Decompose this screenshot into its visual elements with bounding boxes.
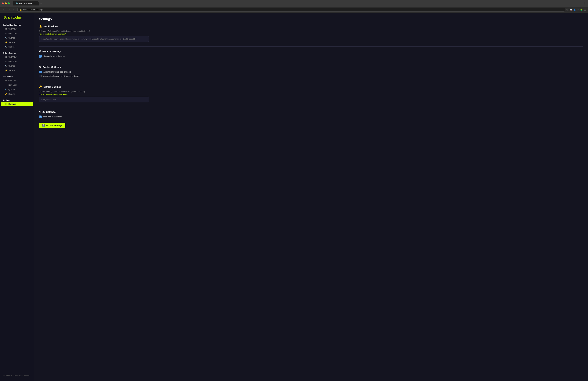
sidebar-item-js-secrets[interactable]: 🔑 Secrets — [1, 92, 33, 96]
notifications-section: 🔔 Notifications Telegram Webhook (Get no… — [39, 25, 583, 42]
show-verified-row: show only verified results — [39, 55, 583, 58]
github-token-help-link[interactable]: how to create personal github token? — [39, 93, 583, 95]
update-settings-label: Update Settings — [46, 124, 62, 127]
page-title: Settings — [39, 17, 583, 21]
back-button[interactable]: ← — [2, 8, 6, 12]
sidebar-section-github: Github Scanner — [0, 51, 34, 55]
sidebar-item-github-queries[interactable]: 🔍 Queries — [1, 64, 33, 68]
sidebar-label: New Scan — [8, 60, 17, 62]
browser-toolbar: ← → ↻ 🔒 localhost:3000/settings ☆ 📖 👤 ⬆ … — [0, 7, 588, 13]
tab-bar: 🐳 DockerScanner ✕ + — [13, 1, 43, 5]
plus-icon: + — [5, 84, 7, 86]
upload-icon[interactable]: ⬆ — [577, 9, 579, 11]
tab-close-button[interactable]: ✕ — [34, 2, 36, 4]
app-container: iScan.today Docker Hub Scanner ⊞ Overvie… — [0, 13, 588, 381]
auto-scan-github-docker-row: Automatically scan github users on docke… — [39, 75, 583, 78]
sidebar-label: Search — [8, 46, 15, 48]
sidebar-item-docker-new-scan[interactable]: + New Scan — [1, 31, 33, 36]
sidebar-item-docker-secrets[interactable]: 🔑 Secrets — [1, 40, 33, 44]
extensions-icon[interactable]: 🧩 — [580, 9, 583, 11]
js-settings-section: ⚙ JS Settings scan with subdomains — [39, 110, 583, 118]
github-token-desc: (increase rate limits for github scannin… — [51, 90, 85, 93]
sidebar-item-github-overview[interactable]: ⊞ Overview — [1, 55, 33, 59]
key-icon: 🔑 — [5, 70, 7, 72]
general-settings-section: ⚙ General Settings show only verified re… — [39, 50, 583, 58]
gear-icon: ⚙ — [39, 110, 41, 113]
menu-icon[interactable]: ☰ — [584, 9, 586, 11]
divider-1 — [39, 46, 583, 47]
sidebar-label: Queries — [8, 65, 15, 67]
docker-settings-section: ⚙ Docker Settings Automatically scan doc… — [39, 65, 583, 78]
github-token-input[interactable] — [39, 97, 149, 102]
profile-icon[interactable]: 👤 — [573, 9, 576, 11]
sidebar-label: Queries — [8, 88, 15, 91]
grid-icon: ⊞ — [5, 56, 7, 58]
sidebar-label: Overview — [8, 79, 17, 82]
notifications-section-title: Notifications — [43, 25, 58, 28]
sidebar-item-github-new-scan[interactable]: + New Scan — [1, 59, 33, 63]
sidebar-item-docker-queries[interactable]: 🔍 Queries — [1, 36, 33, 40]
active-tab[interactable]: 🐳 DockerScanner ✕ — [13, 1, 39, 5]
close-window-button[interactable] — [2, 2, 4, 4]
toolbar-actions: ☆ 📖 👤 ⬆ 🧩 ☰ — [566, 9, 586, 11]
plus-icon: + — [5, 32, 7, 34]
url-text: localhost:3000/settings — [23, 9, 42, 11]
sidebar-section-docker: Docker Hub Scanner — [0, 23, 34, 27]
general-section-header: ⚙ General Settings — [39, 50, 583, 53]
scan-subdomains-checkbox[interactable] — [39, 116, 42, 118]
divider-4 — [39, 107, 583, 107]
address-bar[interactable]: 🔒 localhost:3000/settings — [18, 8, 565, 12]
telegram-help-link[interactable]: how to create telegram webhook? — [39, 33, 583, 35]
save-icon: 💾 — [42, 124, 45, 127]
search-icon: 🔍 — [5, 65, 7, 67]
window-controls: ⋮ — [584, 2, 586, 5]
auto-scan-github-docker-checkbox[interactable] — [39, 75, 42, 78]
sidebar-label: New Scan — [8, 32, 17, 35]
sidebar-item-js-queries[interactable]: 🔍 Queries — [1, 87, 33, 92]
minimize-window-button[interactable] — [5, 2, 7, 4]
auto-scan-docker-label: Automatically scan docker users — [43, 71, 71, 73]
docker-section-header: ⚙ Docker Settings — [39, 65, 583, 68]
js-section-header: ⚙ JS Settings — [39, 110, 583, 113]
telegram-field-label: Telegram Webhook (Get notified when new … — [39, 30, 583, 32]
bookmark-icon[interactable]: ☆ — [566, 9, 568, 11]
sidebar-item-docker-overview[interactable]: ⊞ Overview — [1, 27, 33, 31]
gear-icon: ⚙ — [5, 103, 7, 105]
auto-scan-github-docker-label: Automatically scan github users on docke… — [43, 75, 80, 77]
sidebar-item-js-new-scan[interactable]: + New Scan — [1, 83, 33, 87]
show-verified-checkbox[interactable] — [39, 55, 42, 58]
pocket-icon[interactable]: 📖 — [569, 9, 572, 11]
browser-titlebar: 🐳 DockerScanner ✕ + ⋮ — [0, 0, 588, 7]
maximize-window-button[interactable] — [8, 2, 10, 4]
sidebar-section-settings: Settings — [0, 98, 34, 102]
telegram-webhook-input[interactable] — [39, 36, 149, 42]
sidebar-label: Overview — [8, 28, 17, 30]
sidebar-label: Secrets — [8, 69, 15, 72]
new-tab-button[interactable]: + — [39, 2, 43, 5]
sidebar-label: Secrets — [8, 93, 15, 95]
forward-button[interactable]: → — [7, 8, 11, 12]
scan-subdomains-row: scan with subdomains — [39, 116, 583, 118]
sidebar-item-github-secrets[interactable]: 🔑 Secrets — [1, 68, 33, 73]
sidebar-label: Secrets — [8, 41, 15, 43]
js-section-title: JS Settings — [42, 110, 56, 113]
plus-icon: + — [5, 60, 7, 62]
gear-icon: ⚙ — [39, 65, 41, 68]
refresh-button[interactable]: ↻ — [12, 8, 16, 12]
general-section-title: General Settings — [42, 50, 62, 53]
browser-chrome: 🐳 DockerScanner ✕ + ⋮ ← → ↻ 🔒 localhost:… — [0, 0, 588, 13]
auto-scan-docker-row: Automatically scan docker users — [39, 71, 583, 73]
scan-subdomains-label: scan with subdomains — [43, 116, 62, 118]
sidebar-item-js-overview[interactable]: ⊞ Overview — [1, 78, 33, 82]
sidebar-section-js: JS Scanner — [0, 74, 34, 78]
show-verified-label: show only verified results — [43, 55, 65, 58]
grid-icon: ⊞ — [5, 28, 7, 30]
divider-3 — [39, 82, 583, 82]
update-settings-button[interactable]: 💾 Update Settings — [39, 122, 65, 128]
sidebar-label: Overview — [8, 56, 17, 58]
sidebar-item-docker-search[interactable]: 🔍 Search — [1, 45, 33, 49]
telegram-field-desc: (Get notified when new secret is found) — [56, 30, 90, 32]
sidebar-item-settings[interactable]: ⚙ Settings — [1, 102, 33, 106]
main-content: Settings 🔔 Notifications Telegram Webhoo… — [34, 13, 588, 381]
auto-scan-docker-checkbox[interactable] — [39, 71, 42, 73]
